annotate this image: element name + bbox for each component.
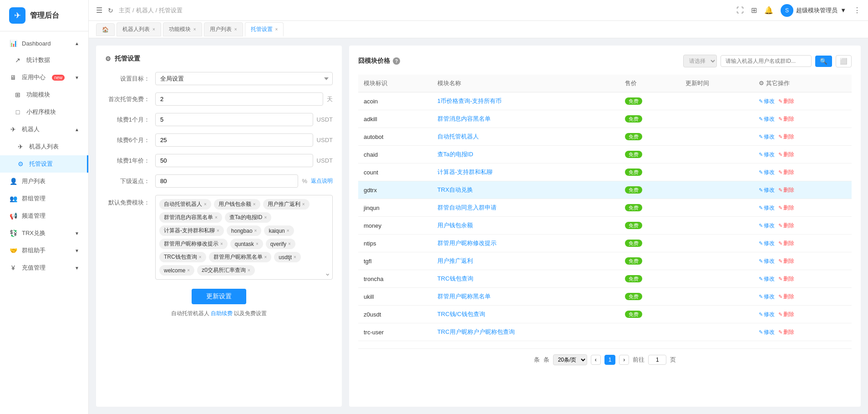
tag-tgfl-close[interactable]: ×: [302, 202, 305, 207]
prev-page-button[interactable]: ‹: [591, 355, 601, 365]
sidebar-item-trx-exchange[interactable]: 💱 TRX兑换 ▼: [0, 225, 88, 242]
edit-link[interactable]: ✎修改: [759, 240, 775, 246]
tag-chaid-close[interactable]: ×: [264, 215, 267, 220]
tag-hongbao-close[interactable]: ×: [254, 228, 257, 233]
module-name-link[interactable]: 查Ta的电报ID: [437, 151, 473, 158]
tab-home[interactable]: 🏠: [96, 23, 115, 36]
module-name-link[interactable]: TRC钱/C钱包查询: [437, 311, 485, 317]
next-page-button[interactable]: ›: [619, 355, 629, 365]
edit-link[interactable]: ✎修改: [759, 329, 775, 335]
delete-link[interactable]: ✎删除: [778, 116, 794, 122]
tag-count-close[interactable]: ×: [217, 228, 219, 233]
renew1m-input[interactable]: [155, 113, 313, 126]
tag-ukill-close[interactable]: ×: [264, 255, 267, 260]
delete-link[interactable]: ✎删除: [778, 133, 794, 140]
user-menu[interactable]: S 超级模块管理员 ▼: [781, 4, 846, 17]
page-1-button[interactable]: 1: [604, 355, 616, 365]
rebate-link[interactable]: 返点说明: [311, 177, 333, 185]
help-icon[interactable]: ?: [393, 57, 400, 65]
tab-hosting-settings[interactable]: 托管设置 ×: [245, 22, 284, 36]
export-button[interactable]: ⬜: [836, 55, 852, 67]
delete-link[interactable]: ✎删除: [778, 222, 794, 229]
tab-hosting-close[interactable]: ×: [275, 27, 278, 32]
sidebar-item-channel-mgmt[interactable]: 📢 频道管理: [0, 207, 88, 225]
edit-link[interactable]: ✎修改: [759, 169, 775, 175]
first-free-input[interactable]: [155, 92, 323, 106]
edit-link[interactable]: ✎修改: [759, 258, 775, 264]
tag-welcome-close[interactable]: ×: [187, 268, 190, 273]
module-name-link[interactable]: 群管消息内容黑名单: [437, 115, 491, 122]
module-name-link[interactable]: 群管用户昵称修改提示: [437, 240, 497, 246]
rebate-input[interactable]: [155, 174, 298, 188]
edit-link[interactable]: ✎修改: [759, 187, 775, 193]
delete-link[interactable]: ✎删除: [778, 204, 794, 211]
edit-link[interactable]: ✎修改: [759, 151, 775, 158]
module-name-link[interactable]: 用户钱包余额: [437, 222, 473, 229]
delete-link[interactable]: ✎删除: [778, 311, 794, 317]
module-name-link[interactable]: 群管用户昵称黑名单: [437, 293, 491, 300]
tab-user-list[interactable]: 用户列表 ×: [204, 22, 243, 36]
sidebar-item-recharge-mgmt[interactable]: ¥ 充值管理 ▼: [0, 259, 88, 276]
tab-robot-list-close[interactable]: ×: [152, 27, 155, 32]
tag-kaiqun-close[interactable]: ×: [287, 228, 289, 233]
sidebar-item-group-mgmt[interactable]: 👥 群组管理: [0, 190, 88, 207]
delete-link[interactable]: ✎删除: [778, 151, 794, 158]
module-name-link[interactable]: 1币价格查询-支持所有币: [437, 97, 502, 104]
tab-func-module-close[interactable]: ×: [193, 27, 196, 32]
sidebar-item-func-module[interactable]: ⊞ 功能模块: [0, 86, 88, 103]
tag-usdtjt-close[interactable]: ×: [294, 255, 296, 260]
refresh-icon[interactable]: ↻: [108, 7, 113, 14]
module-name-link[interactable]: 自动托管机器人: [437, 133, 479, 140]
module-name-link[interactable]: 计算器-支持群和私聊: [437, 169, 492, 175]
sidebar-item-app-center[interactable]: 🖥 应用中心 new ▼: [0, 69, 88, 86]
delete-link[interactable]: ✎删除: [778, 169, 794, 175]
tag-quntask-close[interactable]: ×: [256, 241, 259, 246]
set-target-select[interactable]: 全局设置: [155, 72, 333, 85]
module-name-link[interactable]: 用户推广返利: [437, 257, 473, 264]
expand-icon[interactable]: ⛶: [736, 6, 744, 15]
update-settings-button[interactable]: 更新设置: [192, 289, 246, 304]
search-input[interactable]: [721, 55, 812, 67]
sidebar-item-group-helper[interactable]: 🤝 群组助手 ▼: [0, 242, 88, 259]
tag-autobot-close[interactable]: ×: [204, 202, 207, 207]
tag-trc-wallet-close[interactable]: ×: [199, 255, 202, 260]
renew6m-input[interactable]: [155, 133, 313, 147]
sidebar-item-robot-group[interactable]: ✈ 机器人 ▲: [0, 121, 88, 138]
edit-link[interactable]: ✎修改: [759, 116, 775, 122]
tag-qverify-close[interactable]: ×: [288, 241, 291, 246]
more-icon[interactable]: ⋮: [853, 6, 861, 15]
tag-adkill-close[interactable]: ×: [215, 215, 218, 220]
per-page-select[interactable]: 20条/页: [553, 354, 587, 365]
sidebar-item-mini-module[interactable]: □ 小程序模块: [0, 103, 88, 121]
renew1y-input[interactable]: [155, 154, 313, 167]
grid-icon[interactable]: ⊞: [751, 6, 757, 15]
delete-link[interactable]: ✎删除: [778, 98, 794, 104]
filter-select[interactable]: 请选择: [683, 55, 717, 67]
go-to-page-input[interactable]: [648, 355, 666, 365]
sidebar-item-hosting-settings[interactable]: ⚙ 托管设置: [0, 155, 88, 173]
delete-link[interactable]: ✎删除: [778, 276, 794, 282]
tab-user-list-close[interactable]: ×: [234, 27, 237, 32]
edit-link[interactable]: ✎修改: [759, 222, 775, 229]
sidebar-item-user-list[interactable]: 👤 用户列表: [0, 173, 88, 190]
sidebar-item-stats[interactable]: ↗ 统计数据: [0, 51, 88, 69]
edit-link[interactable]: ✎修改: [759, 276, 775, 282]
delete-link[interactable]: ✎删除: [778, 293, 794, 300]
delete-link[interactable]: ✎删除: [778, 258, 794, 264]
module-name-link[interactable]: 群管自动同意入群申请: [437, 204, 497, 211]
delete-link[interactable]: ✎删除: [778, 240, 794, 246]
search-button[interactable]: 🔍: [815, 56, 832, 67]
self-renew-link[interactable]: 自助续费: [211, 310, 233, 317]
module-name-link[interactable]: TRC钱包查询: [437, 275, 473, 282]
module-name-link[interactable]: TRC用户昵称户户昵称包查询: [437, 328, 515, 335]
delete-link[interactable]: ✎删除: [778, 187, 794, 193]
tag-money-close[interactable]: ×: [253, 202, 256, 207]
tag-ntips-close[interactable]: ×: [220, 241, 223, 246]
edit-link[interactable]: ✎修改: [759, 133, 775, 140]
edit-link[interactable]: ✎修改: [759, 311, 775, 317]
tab-func-module[interactable]: 功能模块 ×: [163, 22, 202, 36]
menu-toggle-icon[interactable]: ☰: [96, 6, 102, 15]
tab-robot-list[interactable]: 机器人列表 ×: [117, 22, 161, 36]
sidebar-item-robot-list[interactable]: ✈ 机器人列表: [0, 138, 88, 155]
delete-link[interactable]: ✎删除: [778, 329, 794, 335]
